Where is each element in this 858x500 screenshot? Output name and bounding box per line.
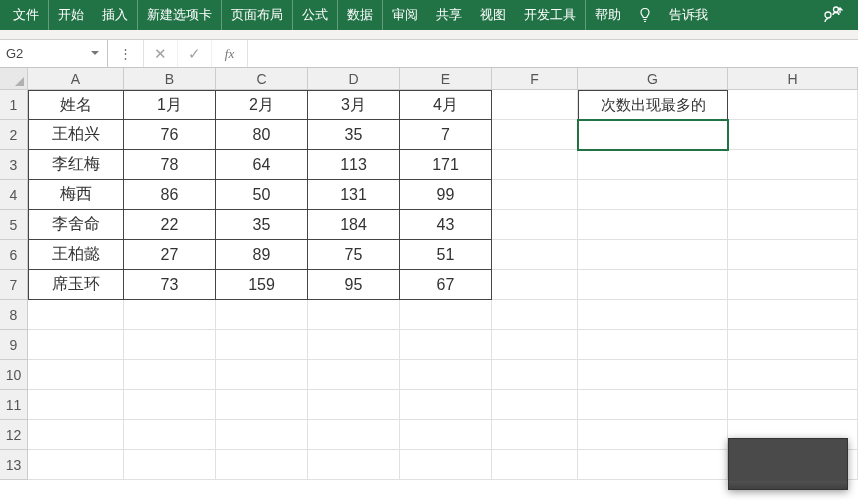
cell-E1[interactable]: 4月 [400,90,492,120]
cell-F10[interactable] [492,360,578,390]
cell-G9[interactable] [578,330,728,360]
cell-B2[interactable]: 76 [124,120,216,150]
ribbon-tab-layout[interactable]: 页面布局 [222,0,293,30]
cell-A1[interactable]: 姓名 [28,90,124,120]
cell-B9[interactable] [124,330,216,360]
cell-F2[interactable] [492,120,578,150]
cell-F3[interactable] [492,150,578,180]
cell-F5[interactable] [492,210,578,240]
cell-D11[interactable] [308,390,400,420]
cell-B10[interactable] [124,360,216,390]
row-header-7[interactable]: 7 [0,270,28,300]
cell-E2[interactable]: 7 [400,120,492,150]
cell-C4[interactable]: 50 [216,180,308,210]
cell-D8[interactable] [308,300,400,330]
row-header-10[interactable]: 10 [0,360,28,390]
col-header-D[interactable]: D [308,68,400,89]
cell-F9[interactable] [492,330,578,360]
cell-B12[interactable] [124,420,216,450]
ribbon-tab-insert[interactable]: 插入 [93,0,138,30]
cell-C7[interactable]: 159 [216,270,308,300]
cell-E12[interactable] [400,420,492,450]
cell-A10[interactable] [28,360,124,390]
cell-H7[interactable] [728,270,858,300]
cell-E5[interactable]: 43 [400,210,492,240]
cell-E4[interactable]: 99 [400,180,492,210]
cell-F1[interactable] [492,90,578,120]
cell-G11[interactable] [578,390,728,420]
col-header-H[interactable]: H [728,68,858,89]
cell-F7[interactable] [492,270,578,300]
cell-D6[interactable]: 75 [308,240,400,270]
ribbon-tab-formulas[interactable]: 公式 [293,0,338,30]
cell-F6[interactable] [492,240,578,270]
cell-B8[interactable] [124,300,216,330]
row-header-1[interactable]: 1 [0,90,28,120]
cell-A13[interactable] [28,450,124,480]
cell-H6[interactable] [728,240,858,270]
ribbon-tab-share[interactable]: 共享 [427,0,471,30]
cell-C8[interactable] [216,300,308,330]
ribbon-tab-review[interactable]: 审阅 [383,0,427,30]
cell-A5[interactable]: 李舍命 [28,210,124,240]
cell-B4[interactable]: 86 [124,180,216,210]
ribbon-tab-file[interactable]: 文件 [4,0,49,30]
cell-B1[interactable]: 1月 [124,90,216,120]
ribbon-tab-newtab[interactable]: 新建选项卡 [138,0,222,30]
share-icon[interactable] [814,6,854,24]
cell-E13[interactable] [400,450,492,480]
cell-A12[interactable] [28,420,124,450]
row-header-13[interactable]: 13 [0,450,28,480]
cell-B11[interactable] [124,390,216,420]
cell-B6[interactable]: 27 [124,240,216,270]
ribbon-tell-me[interactable]: 告诉我 [660,0,717,30]
row-header-6[interactable]: 6 [0,240,28,270]
floating-panel[interactable] [728,438,848,490]
row-header-5[interactable]: 5 [0,210,28,240]
cell-H9[interactable] [728,330,858,360]
row-header-11[interactable]: 11 [0,390,28,420]
cell-E7[interactable]: 67 [400,270,492,300]
col-header-C[interactable]: C [216,68,308,89]
col-header-E[interactable]: E [400,68,492,89]
cell-F11[interactable] [492,390,578,420]
cell-C5[interactable]: 35 [216,210,308,240]
cell-H4[interactable] [728,180,858,210]
cell-D2[interactable]: 35 [308,120,400,150]
cell-B13[interactable] [124,450,216,480]
ribbon-tab-home[interactable]: 开始 [49,0,93,30]
cell-G2[interactable] [578,120,728,150]
cell-G10[interactable] [578,360,728,390]
formula-bar-expand[interactable]: ⋮ [108,40,144,67]
cell-C1[interactable]: 2月 [216,90,308,120]
cell-G8[interactable] [578,300,728,330]
cell-D7[interactable]: 95 [308,270,400,300]
ribbon-tab-help[interactable]: 帮助 [586,0,630,30]
cell-D13[interactable] [308,450,400,480]
col-header-F[interactable]: F [492,68,578,89]
cell-D12[interactable] [308,420,400,450]
ribbon-tab-developer[interactable]: 开发工具 [515,0,586,30]
cell-B3[interactable]: 78 [124,150,216,180]
cell-H8[interactable] [728,300,858,330]
cell-C3[interactable]: 64 [216,150,308,180]
cell-A7[interactable]: 席玉环 [28,270,124,300]
cell-D1[interactable]: 3月 [308,90,400,120]
cell-H10[interactable] [728,360,858,390]
cell-H1[interactable] [728,90,858,120]
cell-H3[interactable] [728,150,858,180]
row-header-8[interactable]: 8 [0,300,28,330]
row-header-9[interactable]: 9 [0,330,28,360]
ribbon-tab-view[interactable]: 视图 [471,0,515,30]
cell-G1[interactable]: 次数出现最多的 [578,90,728,120]
cell-G13[interactable] [578,450,728,480]
cell-F4[interactable] [492,180,578,210]
select-all-corner[interactable] [0,68,28,89]
fx-icon[interactable]: fx [212,40,248,67]
row-header-4[interactable]: 4 [0,180,28,210]
cell-A3[interactable]: 李红梅 [28,150,124,180]
cell-A11[interactable] [28,390,124,420]
lightbulb-icon[interactable] [630,7,660,23]
col-header-G[interactable]: G [578,68,728,89]
cell-C13[interactable] [216,450,308,480]
